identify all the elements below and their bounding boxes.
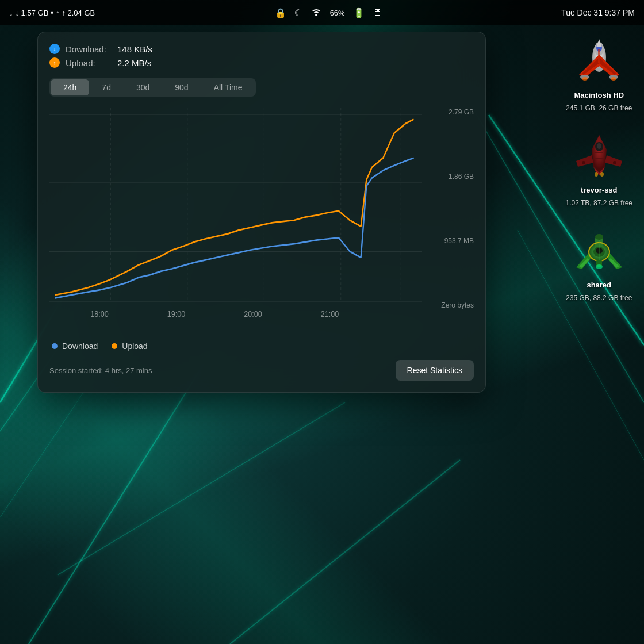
session-info: Session started: 4 hrs, 27 mins xyxy=(49,366,152,375)
tab-90d[interactable]: 90d xyxy=(162,79,201,95)
svg-text:21:00: 21:00 xyxy=(321,309,339,319)
download-chart-line xyxy=(55,158,414,298)
y-label-bottom: Zero bytes xyxy=(441,301,474,309)
macintosh-hd-label: Macintosh HD xyxy=(574,91,624,99)
svg-text:18:00: 18:00 xyxy=(90,309,108,319)
upload-chart-line xyxy=(55,120,414,296)
svg-point-44 xyxy=(595,172,598,177)
svg-rect-34 xyxy=(598,49,600,63)
moon-icon: ☾ xyxy=(294,7,302,18)
desktop-icons: Macintosh HD 245.1 GB, 26 GB free xyxy=(565,34,632,302)
upload-icon: ↑ xyxy=(49,57,60,68)
shared-ship-image xyxy=(573,224,625,276)
svg-line-7 xyxy=(57,402,345,575)
upload-stat-row: ↑ Upload: 2.2 MB/s xyxy=(49,57,474,68)
svg-marker-25 xyxy=(579,55,599,78)
ship3-svg xyxy=(573,224,625,276)
download-legend-label: Download xyxy=(62,342,98,351)
menubar-right: Tue Dec 31 9:37 PM xyxy=(561,8,635,17)
upload-label: Upload: xyxy=(66,58,112,68)
shared-sublabel: 235 GB, 88.2 GB free xyxy=(566,294,632,302)
monitor-panel: ↓ Download: 148 KB/s ↑ Upload: 2.2 MB/s … xyxy=(37,32,486,393)
svg-marker-39 xyxy=(576,155,593,167)
time-range-tabs: 24h 7d 30d 90d All Time xyxy=(49,78,256,97)
chart-svg: 18:00 19:00 20:00 21:00 xyxy=(49,108,422,332)
chart-y-labels: 2.79 GB 1.86 GB 953.7 MB Zero bytes xyxy=(422,108,474,309)
datetime: Tue Dec 31 9:37 PM xyxy=(561,8,635,17)
down-arrow-icon: ↓ xyxy=(9,9,13,17)
svg-marker-40 xyxy=(605,155,622,167)
tab-30d[interactable]: 30d xyxy=(124,79,162,95)
trevor-ssd-icon[interactable]: trevor-ssd 1.02 TB, 87.2 GB free xyxy=(565,129,632,207)
macintosh-hd-sublabel: 245.1 GB, 26 GB free xyxy=(566,104,632,112)
download-stat-row: ↓ Download: 148 KB/s xyxy=(49,44,474,54)
svg-line-8 xyxy=(230,460,460,644)
lock-icon: 🔒 xyxy=(275,7,286,18)
legend-upload: Upload xyxy=(112,342,147,351)
menubar-left: ↓ ↓ 1.57 GB • ↑ ↑ 2.04 GB xyxy=(9,9,95,17)
tab-7d[interactable]: 7d xyxy=(89,79,124,95)
svg-marker-51 xyxy=(576,253,591,269)
chart-area: 18:00 19:00 20:00 21:00 2.79 GB 1.86 GB … xyxy=(49,108,474,332)
svg-text:19:00: 19:00 xyxy=(167,309,185,319)
y-label-mid-high: 1.86 GB xyxy=(448,172,474,181)
up-amount: ↑ 2.04 GB xyxy=(62,9,95,17)
svg-point-45 xyxy=(600,172,604,177)
down-amount: ↓ 1.57 GB xyxy=(16,9,49,17)
macintosh-hd-ship-image xyxy=(573,34,625,86)
chart-svg-container: 18:00 19:00 20:00 21:00 xyxy=(49,108,422,332)
y-label-top: 2.79 GB xyxy=(448,108,474,116)
legend-download: Download xyxy=(52,342,98,351)
chart-legend: Download Upload xyxy=(49,342,474,351)
battery-icon: 🔋 xyxy=(353,7,365,18)
macintosh-hd-icon[interactable]: Macintosh HD 245.1 GB, 26 GB free xyxy=(566,34,632,112)
upload-legend-label: Upload xyxy=(122,342,147,351)
separator: • xyxy=(51,9,53,17)
svg-marker-26 xyxy=(599,55,619,78)
svg-point-59 xyxy=(596,264,603,269)
battery-percent: 66% xyxy=(330,9,345,17)
trevor-ssd-label: trevor-ssd xyxy=(581,186,618,194)
ship1-svg xyxy=(573,34,625,86)
panel-footer: Session started: 4 hrs, 27 mins Reset St… xyxy=(49,360,474,381)
upload-legend-dot xyxy=(112,343,117,349)
svg-point-38 xyxy=(597,143,601,149)
shared-label: shared xyxy=(586,281,611,289)
download-value: 148 KB/s xyxy=(117,44,152,54)
trevor-ssd-ship-image xyxy=(573,129,625,181)
wifi-icon xyxy=(310,7,322,18)
up-arrow-icon: ↑ xyxy=(56,9,60,17)
trevor-ssd-sublabel: 1.02 TB, 87.2 GB free xyxy=(565,199,632,207)
tab-24h[interactable]: 24h xyxy=(51,79,89,95)
svg-point-32 xyxy=(611,77,616,80)
reset-statistics-button[interactable]: Reset Statistics xyxy=(396,360,474,381)
shared-drive-icon[interactable]: shared 235 GB, 88.2 GB free xyxy=(566,224,632,302)
stats-header: ↓ Download: 148 KB/s ↑ Upload: 2.2 MB/s xyxy=(49,44,474,68)
monitor-icon: 🖥 xyxy=(373,7,382,18)
upload-value: 2.2 MB/s xyxy=(117,58,151,68)
tab-all-time[interactable]: All Time xyxy=(201,79,255,95)
menubar: ↓ ↓ 1.57 GB • ↑ ↑ 2.04 GB 🔒 ☾ 66% 🔋 🖥 Tu… xyxy=(0,0,644,25)
svg-point-43 xyxy=(613,161,616,164)
svg-text:20:00: 20:00 xyxy=(244,309,262,319)
svg-marker-52 xyxy=(608,253,622,269)
svg-point-31 xyxy=(582,77,588,80)
y-label-mid-low: 953.7 MB xyxy=(444,237,474,245)
network-down-stat: ↓ ↓ 1.57 GB • ↑ ↑ 2.04 GB xyxy=(9,9,95,17)
ship2-svg xyxy=(573,129,625,181)
download-legend-dot xyxy=(52,343,57,349)
download-icon: ↓ xyxy=(49,44,60,54)
download-label: Download: xyxy=(66,44,112,54)
svg-point-42 xyxy=(582,161,585,164)
svg-point-50 xyxy=(595,234,603,240)
menubar-center: 🔒 ☾ 66% 🔋 🖥 xyxy=(275,7,382,18)
